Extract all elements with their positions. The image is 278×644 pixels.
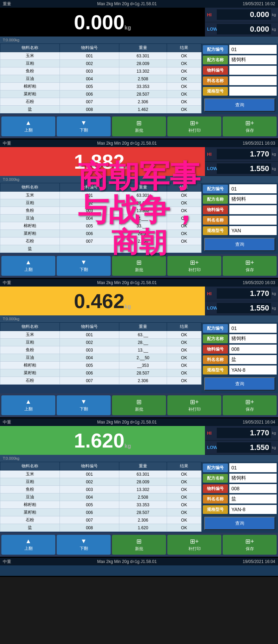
btn-补打印-1[interactable]: ⊞+ 补打印	[167, 116, 221, 136]
weight-display-4: 1.620 kg	[0, 426, 205, 455]
cell-0-1: 001	[59, 52, 119, 60]
btn-上翻-2[interactable]: ▲ 上翻	[1, 256, 55, 276]
recipe-confname-1-value: 猪饲料	[229, 55, 277, 64]
weight-unit-2: kg	[125, 164, 131, 173]
btn-下翻-3[interactable]: ▼ 下翻	[57, 395, 111, 415]
query-btn-wrap-2: 查询	[203, 236, 277, 252]
cell-0-1: 001	[59, 192, 119, 199]
cell-5-0: 菜籽粕	[0, 230, 60, 238]
recipe-specnum-1-value	[229, 87, 277, 96]
recipe-confname-2-value: 猪饲料	[229, 195, 277, 204]
cell-3-1: 004	[59, 75, 119, 83]
btn-下翻-1[interactable]: ▼ 下翻	[57, 116, 111, 136]
cell-4-3: OK	[167, 501, 201, 509]
recipe-matnum-2-row: 物料编号	[203, 205, 277, 214]
cell-4-2: __353	[119, 362, 167, 369]
btn-label-2-3: 新批	[135, 406, 143, 412]
status-bar-5: 中重 Max 2kg Min 20g d=1g J1.58.01 19/05/2…	[0, 558, 278, 565]
cell-5-1: 006	[59, 230, 119, 238]
btn-新批-2[interactable]: ⊞ 新批	[112, 256, 166, 276]
cell-3-2: 2.___	[119, 215, 167, 222]
query-button-4[interactable]: 查询	[204, 517, 275, 530]
cell-3-3: OK	[167, 75, 201, 83]
lo-label-3: LOW	[207, 305, 217, 311]
btn-保存-4[interactable]: ⊞+ 保存	[223, 535, 277, 555]
hi-unit-4: kg	[272, 431, 276, 435]
btn-label-0-4: 上翻	[24, 546, 33, 552]
recipe-confname-2-row: 配方名称 猪饲料	[203, 195, 277, 204]
recipe-matnum-4-value: 008	[229, 484, 277, 493]
table-row: 鱼粉00313.302OK	[0, 67, 201, 75]
btn-补打印-3[interactable]: ⊞+ 补打印	[167, 395, 221, 415]
cell-6-2: 2.306	[119, 238, 167, 245]
btn-新批-1[interactable]: ⊞ 新批	[112, 116, 166, 136]
cell-6-3: OK	[167, 238, 201, 245]
side-values-3: HI 1.770 kg LOW 1.550 kg	[205, 287, 278, 315]
weight-display-1: 0.000 kg	[0, 8, 205, 37]
panel-layout-3: 物料名称物料编号重量结果 玉米00163.__OK 豆粕00228.__OK 鱼…	[0, 322, 278, 393]
btn-保存-3[interactable]: ⊞+ 保存	[223, 395, 277, 415]
cell-6-2: 2.306	[119, 516, 167, 524]
cell-3-0: 豆油	[0, 354, 60, 362]
weight-label-1: 重量	[3, 1, 11, 7]
query-btn-wrap-1: 查询	[203, 97, 277, 113]
cell-1-3: OK	[167, 339, 201, 346]
btn-下翻-2[interactable]: ▼ 下翻	[57, 256, 111, 276]
col-header-1: 物料编号	[59, 183, 119, 192]
btn-保存-1[interactable]: ⊞+ 保存	[223, 116, 277, 136]
btn-label-1-1: 下翻	[80, 127, 88, 133]
cell-6-2: 2.306	[119, 98, 167, 106]
query-button-1[interactable]: 查询	[204, 98, 275, 112]
table-header-row-2: 物料名称物料编号重量结果	[0, 183, 201, 192]
weight-unit-1: kg	[125, 25, 131, 34]
btn-label-1-4: 下翻	[80, 546, 88, 552]
btn-补打印-4[interactable]: ⊞+ 补打印	[167, 535, 221, 555]
recipe-confnum-2-value: 01	[229, 184, 277, 193]
datetime-1: 19/05/2021 16:02	[243, 1, 275, 6]
cell-2-1: 003	[59, 207, 119, 215]
recipe-confname-4-label: 配方名称	[203, 474, 228, 483]
cell-6-2: 2.306	[119, 377, 167, 385]
table-section-4: 物料名称物料编号重量结果 玉米00163.301OK 豆粕00228.009OK…	[0, 462, 201, 533]
btn-下翻-4[interactable]: ▼ 下翻	[57, 535, 111, 555]
cell-5-0: 菜籽粕	[0, 509, 60, 516]
recipe-confnum-2-label: 配方编号	[203, 185, 228, 193]
query-button-3[interactable]: 查询	[204, 377, 275, 391]
table-row: 棉籽粕00533.353OK	[0, 83, 201, 90]
tare-bar-4: T:0.000kg	[0, 455, 278, 462]
hi-unit-1: kg	[272, 13, 276, 17]
cell-6-3: OK	[167, 98, 201, 106]
datetime-2: 19/05/2021 16:03	[243, 141, 275, 146]
col-header-0: 物料名称	[0, 44, 60, 52]
lo-value-1: 0.000	[217, 24, 271, 34]
col-header-0: 物料名称	[0, 183, 60, 192]
datetime-4: 19/05/2021 16:04	[243, 420, 275, 425]
btn-保存-2[interactable]: ⊞+ 保存	[223, 256, 277, 276]
recipe-specnum-1-row: 规格型号	[203, 87, 277, 96]
btn-label-4-1: 保存	[246, 128, 254, 134]
recipe-matname-3-label: 料名名称	[203, 355, 228, 364]
btn-上翻-4[interactable]: ▲ 上翻	[1, 535, 55, 555]
query-button-2[interactable]: 查询	[204, 238, 275, 251]
recipe-confnum-1-label: 配方编号	[203, 45, 228, 54]
cell-4-0: 棉籽粕	[0, 501, 60, 509]
cell-1-3: OK	[167, 199, 201, 207]
btn-上翻-1[interactable]: ▲ 上翻	[1, 116, 55, 136]
cell-5-2: 28.50	[119, 230, 167, 238]
cell-2-0: 鱼粉	[0, 67, 60, 75]
lo-value-2: 1.550	[217, 163, 271, 174]
cell-5-3: OK	[167, 90, 201, 98]
tare-value-3: T:0.000kg	[3, 317, 19, 321]
table-row: 豆粕00228.009OK	[0, 199, 201, 207]
status-bar-1: 重量 Max 2kg Min 20g d=1g J1.58.01 19/05/2…	[0, 0, 278, 8]
cell-2-0: 鱼粉	[0, 486, 60, 493]
cell-7-0: 盐	[0, 106, 60, 113]
btn-新批-4[interactable]: ⊞ 新批	[112, 535, 166, 555]
cell-5-1: 006	[59, 509, 119, 516]
table-header-row-1: 物料名称物料编号重量结果	[0, 44, 201, 52]
btn-补打印-2[interactable]: ⊞+ 补打印	[167, 256, 221, 276]
btn-新批-3[interactable]: ⊞ 新批	[112, 395, 166, 415]
recipe-matname-4-value: 盐	[229, 494, 277, 504]
cell-1-0: 豆粕	[0, 60, 60, 67]
btn-上翻-3[interactable]: ▲ 上翻	[1, 395, 55, 415]
